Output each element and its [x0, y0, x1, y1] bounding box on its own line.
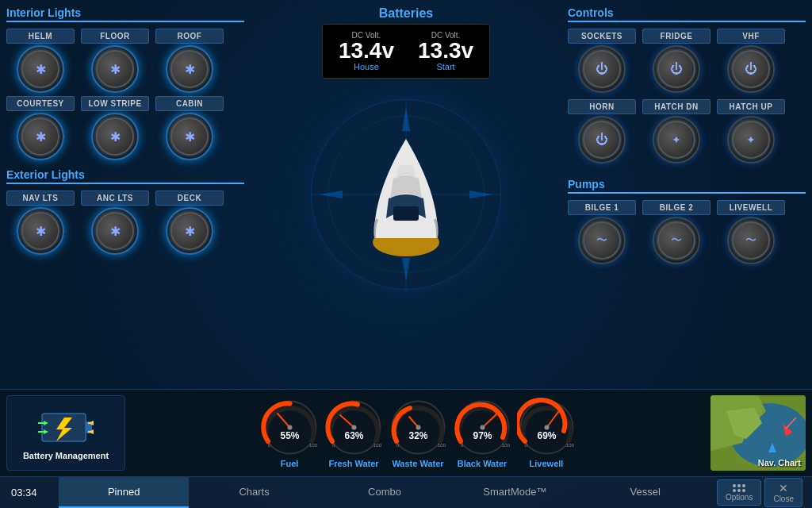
hatchdn-knob[interactable] — [653, 116, 700, 164]
freshwater-gauge: 0 100 63% Fresh Water — [324, 398, 384, 468]
batteries-title: Batteries — [322, 6, 490, 21]
battery-management-tile[interactable]: Battery Management — [6, 395, 125, 471]
wastewater-gauge: 0 100 32% Waste Water — [389, 398, 448, 468]
bilge1-knob[interactable] — [578, 217, 626, 264]
wastewater-label: Waste Water — [392, 459, 443, 468]
lowstripe-button[interactable]: LOW STRIPE — [81, 96, 149, 111]
tab-charts[interactable]: Charts — [189, 477, 319, 508]
interior-lights-title: Interior Lights — [6, 6, 244, 22]
helm-knob[interactable] — [17, 45, 64, 93]
tab-vessel[interactable]: Vessel — [580, 477, 710, 508]
sockets-knob[interactable] — [578, 45, 626, 93]
pumps-section: Pumps BILGE 1 BILGE 2 LIVEWELL — [568, 178, 806, 264]
close-icon: ✕ — [779, 482, 788, 495]
close-label: Close — [773, 495, 794, 503]
anclts-knob[interactable] — [91, 207, 139, 255]
exterior-lights-section: Exterior Lights NAV LTS ANC LTS DECK — [6, 168, 244, 255]
bilge2-item: BILGE 2 — [642, 200, 710, 264]
svg-text:69%: 69% — [537, 430, 556, 441]
freshwater-gauge-circle: 0 100 63% — [324, 398, 384, 457]
bilge2-button[interactable]: BILGE 2 — [642, 200, 710, 215]
svg-point-56 — [737, 489, 741, 492]
livewell-item: LIVEWELL — [717, 200, 785, 264]
deck-knob[interactable] — [166, 207, 213, 255]
horn-button[interactable]: HORN — [568, 99, 636, 114]
courtesy-button[interactable]: COURTESY — [6, 96, 75, 111]
fridge-button[interactable]: FRIDGE — [642, 29, 710, 44]
cabin-button[interactable]: CABIN — [155, 96, 224, 111]
courtesy-knob[interactable] — [17, 113, 64, 160]
horn-knob[interactable] — [578, 116, 626, 164]
cabin-light-item: CABIN — [155, 96, 224, 160]
svg-point-45 — [544, 425, 549, 430]
svg-text:100: 100 — [438, 443, 446, 448]
svg-point-55 — [733, 489, 736, 492]
nav-chart-tile[interactable]: Nav. Chart — [710, 395, 806, 471]
floor-button[interactable]: FLOOR — [81, 29, 149, 44]
svg-point-21 — [287, 425, 292, 430]
vhf-item: VHF — [717, 29, 785, 93]
svg-text:100: 100 — [309, 443, 318, 448]
courtesy-light-item: COURTESY — [6, 96, 75, 160]
navlts-light-item: NAV LTS — [6, 190, 75, 255]
right-panel: Controls SOCKETS FRIDGE VHF — [568, 6, 806, 389]
svg-point-39 — [480, 425, 485, 430]
bilge1-item: BILGE 1 — [568, 200, 636, 264]
navlts-button[interactable]: NAV LTS — [6, 190, 75, 206]
livewell-gauge-svg: 0 100 69% — [517, 398, 576, 457]
helm-button[interactable]: HELM — [6, 29, 75, 44]
tab-combo[interactable]: Combo — [320, 477, 450, 508]
livewell-button[interactable]: LIVEWELL — [717, 200, 785, 215]
svg-text:55%: 55% — [280, 430, 299, 441]
pumps-row: BILGE 1 BILGE 2 LIVEWELL — [568, 200, 806, 264]
taskbar-time: 03:34 — [3, 487, 59, 498]
house-label: House — [339, 62, 394, 71]
fridge-knob[interactable] — [653, 45, 700, 93]
lowstripe-knob[interactable] — [91, 113, 139, 160]
hatchup-button[interactable]: HATCH UP — [717, 99, 785, 114]
boat-image — [358, 115, 454, 274]
batteries-display: DC Volt. 13.4v House DC Volt. 13.3v Star… — [322, 24, 490, 79]
livewell-knob[interactable] — [727, 217, 775, 264]
nav-chart-label: Nav. Chart — [758, 458, 801, 468]
vhf-knob[interactable] — [727, 45, 775, 93]
vhf-button[interactable]: VHF — [717, 29, 785, 44]
navlts-knob[interactable] — [17, 207, 64, 255]
horn-item: HORN — [568, 99, 636, 164]
tab-smartmode[interactable]: SmartMode™ — [450, 477, 580, 508]
sockets-button[interactable]: SOCKETS — [568, 29, 636, 44]
wastewater-gauge-svg: 0 100 32% — [389, 398, 448, 457]
exterior-lights-title: Exterior Lights — [6, 168, 244, 184]
svg-text:100: 100 — [566, 443, 575, 448]
exterior-lights-row: NAV LTS ANC LTS DECK — [6, 190, 244, 255]
house-battery: DC Volt. 13.4v House — [339, 31, 394, 71]
svg-text:97%: 97% — [473, 430, 492, 441]
roof-button[interactable]: ROOF — [155, 29, 224, 44]
center-panel: Batteries DC Volt. 13.4v House DC Volt. … — [249, 6, 563, 389]
svg-text:100: 100 — [502, 443, 511, 448]
options-dots-icon — [731, 483, 747, 493]
close-button[interactable]: ✕ Close — [764, 478, 802, 507]
gauges-row: 0 100 55% Fuel — [132, 398, 704, 468]
deck-button[interactable]: DECK — [155, 190, 224, 206]
controls-title: Controls — [568, 6, 806, 22]
bottom-strip: Battery Management 0 100 — [0, 389, 812, 476]
svg-text:63%: 63% — [344, 430, 363, 441]
anclts-button[interactable]: ANC LTS — [81, 190, 149, 206]
roof-knob[interactable] — [166, 45, 213, 93]
options-button[interactable]: Options — [717, 479, 761, 506]
hatchdn-button[interactable]: HATCH DN — [642, 99, 710, 114]
blackwater-gauge-circle: 0 100 97% — [453, 398, 512, 457]
batteries-section: Batteries DC Volt. 13.4v House DC Volt. … — [322, 6, 490, 79]
tab-pinned[interactable]: Pinned — [59, 477, 189, 508]
fuel-gauge-circle: 0 100 55% — [260, 398, 320, 457]
cabin-knob[interactable] — [166, 113, 213, 160]
bilge2-knob[interactable] — [653, 217, 700, 264]
battery-management-label: Battery Management — [23, 451, 109, 460]
bilge1-button[interactable]: BILGE 1 — [568, 200, 636, 215]
svg-marker-5 — [319, 190, 343, 198]
hatchup-knob[interactable] — [727, 116, 775, 164]
left-panel: Interior Lights HELM FLOOR ROOF — [6, 6, 244, 389]
battery-management-icon — [34, 406, 98, 449]
floor-knob[interactable] — [91, 45, 139, 93]
